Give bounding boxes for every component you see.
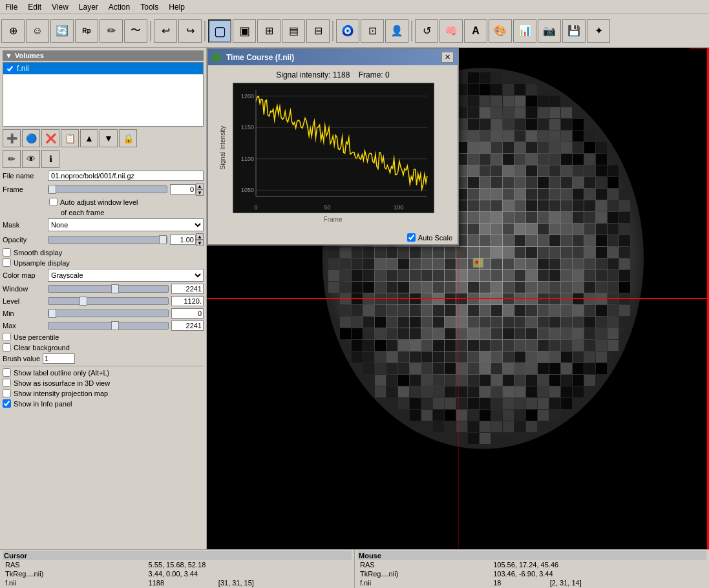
select-btn[interactable]: ▢ [208,19,231,43]
curve-tool-btn[interactable]: 〜 [124,19,147,43]
menu-tools[interactable]: Tools [135,1,164,13]
menu-edit[interactable]: Edit [23,1,47,13]
auto-scale-checkbox[interactable] [407,233,416,242]
frame-btn[interactable]: ▣ [233,19,256,43]
window-slider[interactable] [48,285,169,293]
opacity-slider[interactable] [48,236,167,244]
auto-adjust-label: Auto adjust window level [60,198,138,206]
show-info-label: Show in Info panel [14,400,72,408]
color-btn[interactable]: 🎨 [489,19,512,43]
upsample-display-label: Upsample display [14,259,70,267]
clear-bg-checkbox[interactable] [3,343,11,352]
dialog-close-btn[interactable]: ✕ [441,52,454,63]
dialog-title: Time Course (f.nii) [226,53,294,62]
level-label: Level [3,297,48,305]
rotate-tool-btn[interactable]: 🔄 [50,19,74,43]
lock-btn[interactable]: 🔒 [119,129,137,147]
window-value[interactable] [171,284,204,294]
max-slider[interactable] [48,322,169,330]
mouse-section: Mouse RAS 105.56, 17.24, 45.46 TkReg....… [355,550,709,588]
sep1 [150,21,151,41]
cursor-fnii-value2: [31, 31, 15] [216,578,352,587]
show-intensity-checkbox[interactable] [3,389,11,397]
filename-row: File name 01.noproc/bold/001/f.nii.gz [3,171,204,181]
split-btn[interactable]: ⊟ [306,19,330,43]
y-axis-label: Signal Intensity [220,126,227,170]
camera-btn[interactable]: 📷 [538,19,561,43]
frame-up[interactable]: ▲ [196,183,204,189]
upsample-display-checkbox[interactable] [3,258,11,267]
menu-view[interactable]: View [47,1,74,13]
dialog-icon [212,53,221,62]
timecourse-dialog: Time Course (f.nii) ✕ Signal intensity: … [207,48,459,246]
cursor-tkreg-value: 3.44, 0.00, 3.44 [146,569,352,578]
frame-down[interactable]: ▼ [196,189,204,196]
show-label-outline-checkbox[interactable] [3,368,11,377]
level-slider[interactable] [48,297,169,305]
add-volume-btn[interactable]: ➕ [3,129,21,147]
smooth-display-checkbox[interactable] [3,248,11,257]
auto-adjust-checkbox[interactable] [49,198,58,206]
chart-btn[interactable]: 📊 [513,19,536,43]
window-label: Window [3,285,48,293]
mask-select[interactable]: None [48,218,204,231]
text-btn[interactable]: A [464,19,487,43]
brain-btn[interactable]: 🧿 [336,19,359,43]
head-btn[interactable]: 👤 [385,19,408,43]
info-btn[interactable]: ℹ [41,150,59,168]
redo-btn[interactable]: ↪ [178,19,202,43]
cursor-tkreg-label: TkReg....nii) [3,569,146,578]
colormap-select[interactable]: Grayscale [48,269,204,282]
down-btn[interactable]: ▼ [100,129,118,147]
brush-label: Brush value [3,355,40,362]
frame-input[interactable] [170,184,196,194]
brain2-btn[interactable]: ⊡ [361,19,384,43]
undo-btn[interactable]: ↩ [154,19,177,43]
max-value[interactable] [171,320,204,331]
save-btn[interactable]: 💾 [562,19,586,43]
chart-container-wrapper [233,82,452,213]
face-tool-btn[interactable]: ☺ [26,19,49,43]
toolbar: ⊕ ☺ 🔄 Rp ✏ 〜 ↩ ↪ ▢ ▣ ⊞ ▤ ⊟ 🧿 ⊡ 👤 ↺ 🧠 A 🎨… [0,14,709,48]
opacity-slider-container: ▲ ▼ [48,233,204,246]
min-slider[interactable] [48,310,169,317]
show-label-outline-row: Show label outline only (Alt+L) [3,368,204,377]
opacity-input[interactable] [170,235,196,245]
show-isosurface-checkbox[interactable] [3,379,11,387]
icon-btn-row: ➕ 🔵 ❌ 📋 ▲ ▼ 🔒 [3,129,204,147]
level-value[interactable] [171,296,204,306]
opacity-down[interactable]: ▼ [196,240,204,246]
brush-input[interactable] [43,353,75,364]
menu-help[interactable]: Help [164,1,190,13]
menubar: File Edit View Layer Action Tools Help [0,0,709,14]
copy-btn[interactable]: 📋 [61,129,79,147]
brain-view[interactable]: Time Course (f.nii) ✕ Signal intensity: … [207,48,709,549]
menu-file[interactable]: File [0,1,23,13]
add-roi-btn[interactable]: 🔵 [22,129,40,147]
grid-btn[interactable]: ⊞ [257,19,280,43]
opacity-up[interactable]: ▲ [196,233,204,240]
volume-checkbox[interactable] [6,65,14,73]
refresh-btn[interactable]: ↺ [415,19,438,43]
star-btn[interactable]: ✦ [587,19,610,43]
menu-layer[interactable]: Layer [74,1,103,13]
edit-btn[interactable]: ✏ [3,150,21,168]
show-info-checkbox[interactable] [3,399,11,408]
show-intensity-label: Show intensity projection map [14,390,108,397]
timecourse-chart [233,83,434,213]
view-btn[interactable]: 👁 [22,150,40,168]
use-percentile-checkbox[interactable] [3,333,11,341]
grid2-btn[interactable]: ▤ [282,19,305,43]
up-btn[interactable]: ▲ [80,129,98,147]
draw-tool-btn[interactable]: ✏ [100,19,123,43]
frame-slider[interactable] [48,185,167,193]
volume-item-fnii[interactable]: f.nii [3,63,203,74]
dialog-titlebar[interactable]: Time Course (f.nii) ✕ [208,49,458,65]
menu-action[interactable]: Action [103,1,135,13]
remove-btn[interactable]: ❌ [41,129,59,147]
add-tool-btn[interactable]: ⊕ [1,19,25,43]
brain3-btn[interactable]: 🧠 [439,19,463,43]
rp-tool-btn[interactable]: Rp [75,19,98,43]
min-value[interactable] [171,308,204,319]
min-row: Min [3,308,204,319]
